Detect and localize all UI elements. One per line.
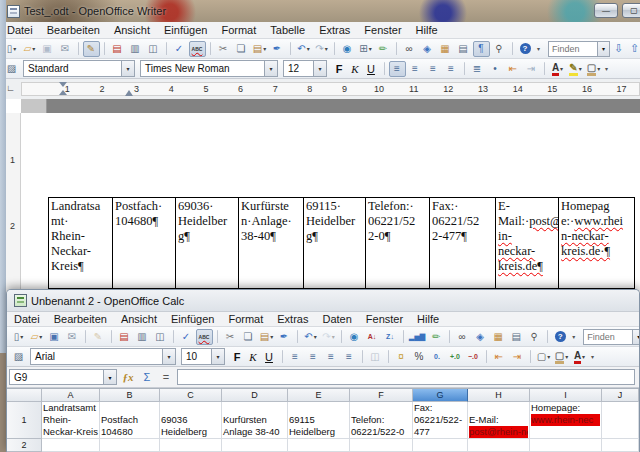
calc-menu-hilfe[interactable]: Hilfe	[410, 312, 446, 326]
cell-C1[interactable]: 69036 Heidelberg	[160, 402, 222, 439]
gallery-icon[interactable]: ▦	[490, 329, 507, 345]
sum-icon[interactable]: Σ	[139, 371, 155, 383]
chart-icon[interactable]: ▂▅▇	[408, 329, 427, 345]
select-all-corner[interactable]	[7, 389, 42, 402]
email-icon[interactable]: ✉	[64, 329, 81, 345]
calc-menu-format[interactable]: Format	[221, 312, 270, 326]
font-size-combo[interactable]: 12▾	[283, 60, 327, 77]
page-preview-icon[interactable]: ◫	[152, 329, 169, 345]
increase-indent-icon[interactable]: ⇥	[509, 349, 526, 365]
column-header-h[interactable]: H	[468, 389, 530, 402]
paste-icon[interactable]: ▤▾	[251, 41, 268, 57]
align-left-icon[interactable]: ≡	[287, 349, 304, 365]
page-preview-icon[interactable]: ◫	[145, 41, 162, 57]
find-replace-icon[interactable]: ∞	[401, 41, 418, 57]
combo-dropdown-icon[interactable]: ▾	[211, 349, 224, 364]
format-paintbrush-icon[interactable]: ✒	[276, 329, 293, 345]
column-header-b[interactable]: B	[100, 389, 160, 402]
borders-icon[interactable]: ▢▾	[535, 349, 552, 365]
align-right-icon[interactable]: ≡	[323, 349, 340, 365]
italic-icon[interactable]: K	[246, 351, 260, 363]
calc-menu-bearbeiten[interactable]: Bearbeiten	[47, 312, 114, 326]
align-justify-icon[interactable]: ≡	[443, 61, 460, 77]
decrease-indent-icon[interactable]: ⇤	[491, 349, 508, 365]
cell-G2[interactable]	[413, 439, 468, 452]
merge-cells-icon[interactable]: ◫	[367, 349, 384, 365]
help-icon[interactable]: ?	[552, 329, 569, 345]
redo-icon[interactable]: ↷▾	[320, 329, 337, 345]
writer-menu-bearbeiten[interactable]: Bearbeiten	[40, 23, 107, 37]
combo-dropdown-icon[interactable]: ▾	[264, 61, 277, 76]
undo-icon[interactable]: ↶▾	[295, 41, 312, 57]
writer-menu-ansicht[interactable]: Ansicht	[107, 23, 157, 37]
open-icon[interactable]: ▱▾	[28, 329, 45, 345]
highlighting-icon[interactable]: ✎▾	[567, 61, 584, 77]
increase-indent-icon[interactable]: ⇥	[523, 61, 540, 77]
column-header-i[interactable]: I	[530, 389, 602, 402]
open-icon[interactable]: ▱▾	[21, 41, 38, 57]
draw-functions-icon[interactable]: ✏	[375, 41, 392, 57]
copy-icon[interactable]: ❏	[233, 41, 250, 57]
delete-decimal-icon[interactable]: −.0	[465, 349, 482, 365]
data-sources-icon[interactable]: ▤	[455, 41, 472, 57]
bold-icon[interactable]: F	[332, 63, 346, 75]
number-format-standard-icon[interactable]: 0.	[429, 349, 446, 365]
cell-reference-box[interactable]: G9 ▾	[9, 369, 117, 385]
calc-menu-datei[interactable]: Datei	[7, 312, 47, 326]
copy-icon[interactable]: ❏	[240, 329, 257, 345]
calc-menu-extras[interactable]: Extras	[270, 312, 315, 326]
writer-menu-format[interactable]: Format	[214, 23, 263, 37]
font-color-icon[interactable]: A▾	[549, 61, 566, 77]
cell-B2[interactable]	[100, 439, 160, 452]
sort-descending-icon[interactable]: Z↓	[382, 329, 399, 345]
toolbar-more-icon[interactable]: ▾	[603, 61, 611, 77]
number-format-percent-icon[interactable]: %	[411, 349, 428, 365]
sort-ascending-icon[interactable]: A↓	[364, 329, 381, 345]
writer-menu-tabelle[interactable]: Tabelle	[263, 23, 312, 37]
bullets-list-icon[interactable]: •	[487, 61, 504, 77]
column-header-c[interactable]: C	[160, 389, 222, 402]
align-justify-icon[interactable]: ≡	[341, 349, 358, 365]
indent-marker[interactable]	[59, 82, 67, 87]
hyperlink-icon[interactable]: ◉	[339, 41, 356, 57]
find-replace-icon[interactable]: ∞	[454, 329, 471, 345]
combo-dropdown-icon[interactable]: ▾	[313, 61, 326, 76]
find-input[interactable]	[549, 42, 597, 56]
calc-menu-ansicht[interactable]: Ansicht	[114, 312, 164, 326]
save-icon[interactable]: ▣	[39, 41, 56, 57]
gallery-icon[interactable]: ▦	[437, 41, 454, 57]
cell-I2[interactable]	[530, 439, 602, 452]
cell-J1[interactable]	[602, 402, 639, 439]
cell-G1[interactable]: Fax: 06221/522- 477	[413, 402, 468, 439]
writer-document-area[interactable]: 1 2 Landratsa mt· Rhein- Neckar- Kreis¶ …	[0, 99, 640, 295]
zoom-icon[interactable]: ⚲	[491, 41, 508, 57]
align-left-icon[interactable]: ≡	[389, 61, 406, 77]
cell-C2[interactable]	[160, 439, 222, 452]
table-icon[interactable]: ⊞▾	[357, 41, 374, 57]
cell-I1[interactable]: Homepage:www.rhein-nec	[530, 402, 602, 439]
font-color-icon[interactable]: A▾	[571, 349, 588, 365]
cell-H2[interactable]	[468, 439, 530, 452]
combo-dropdown-icon[interactable]: ▾	[121, 61, 134, 76]
underline-icon[interactable]: U	[262, 351, 276, 363]
data-sources-icon[interactable]: ▤	[508, 329, 525, 345]
function-wizard-icon[interactable]: ƒx	[120, 371, 136, 383]
column-header-e[interactable]: E	[288, 389, 350, 402]
formula-input-line[interactable]	[177, 369, 635, 385]
find-dropdown-icon[interactable]: ▾	[632, 330, 640, 344]
cell-E1[interactable]: 69115 Heidelberg	[288, 402, 350, 439]
table-cell[interactable]: 69036· Heidelber g¶	[176, 198, 239, 288]
table-cell[interactable]: Kurfürste n·Anlage· 38-40¶	[239, 198, 304, 288]
cell-H1[interactable]: E-Mail:post@rhein-ne	[468, 402, 530, 439]
toolbar-more-icon[interactable]: ▾	[589, 349, 597, 365]
help-icon[interactable]: ?	[517, 41, 534, 57]
column-header-g-selected[interactable]: G	[413, 389, 468, 402]
new-document-icon[interactable]: ▯▾	[10, 329, 27, 345]
font-size-combo[interactable]: 10▾	[181, 348, 225, 365]
bold-icon[interactable]: F	[230, 351, 244, 363]
writer-table[interactable]: Landratsa mt· Rhein- Neckar- Kreis¶ Post…	[48, 197, 635, 289]
spreadsheet-grid[interactable]: A B C D E F G H I J 1 Landratsamt Rhein-…	[7, 388, 639, 452]
align-right-icon[interactable]: ≡	[425, 61, 442, 77]
font-name-combo[interactable]: Times New Roman▾	[140, 60, 278, 77]
align-center-icon[interactable]: ≡	[407, 61, 424, 77]
